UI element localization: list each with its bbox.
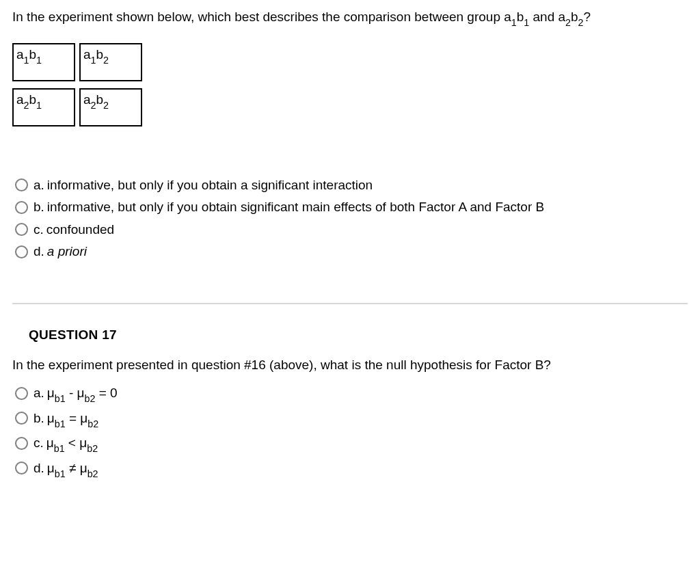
- cell-bi: 1: [36, 55, 42, 66]
- cell-a2b2: a2b2: [79, 88, 142, 126]
- option-expression: μb1 ≠ μb2: [47, 459, 98, 479]
- cell-bi: 2: [103, 55, 109, 66]
- option-letter: c.: [33, 433, 44, 453]
- cell-bi: 2: [103, 100, 109, 111]
- q16-prompt-post: ?: [584, 10, 591, 24]
- q16-prompt-pre: In the experiment shown below, which bes…: [12, 10, 511, 24]
- cell-a1b1: a1b1: [12, 43, 75, 81]
- q17-option-c[interactable]: c. μb1 < μb2: [15, 433, 688, 453]
- option-letter: a.: [33, 384, 44, 403]
- q16-prompt-mid: and a: [529, 10, 565, 24]
- option-letter: c.: [33, 220, 44, 240]
- cell-b: b: [96, 47, 104, 62]
- q17-option-d[interactable]: d. μb1 ≠ μb2: [15, 459, 688, 479]
- option-text: informative, but only if you obtain a si…: [47, 176, 373, 196]
- option-letter: a.: [33, 176, 44, 196]
- q17-heading: QUESTION 17: [29, 328, 688, 343]
- option-letter: b.: [33, 198, 44, 217]
- radio-icon[interactable]: [15, 437, 28, 450]
- cell-b: b: [29, 92, 37, 107]
- radio-icon[interactable]: [15, 223, 28, 236]
- q16-options: a. informative, but only if you obtain a…: [15, 176, 688, 262]
- cell-a: a: [83, 92, 91, 107]
- q17-option-a[interactable]: a. μb1 - μb2 = 0: [15, 384, 688, 403]
- option-letter: b.: [33, 409, 44, 429]
- q17-options: a. μb1 - μb2 = 0 b. μb1 = μb2 c. μb1 < μ…: [15, 384, 688, 478]
- radio-icon[interactable]: [15, 387, 28, 400]
- q16-prompt-group2: 2b2: [565, 10, 583, 24]
- option-expression: μb1 < μb2: [46, 433, 98, 453]
- radio-icon[interactable]: [15, 201, 28, 214]
- radio-icon[interactable]: [15, 462, 28, 475]
- option-text: a priori: [47, 242, 87, 262]
- cell-ai: 1: [24, 55, 29, 66]
- cell-a: a: [16, 47, 24, 62]
- cell-b: b: [29, 47, 37, 62]
- q17-option-b[interactable]: b. μb1 = μb2: [15, 409, 688, 429]
- q16-option-a[interactable]: a. informative, but only if you obtain a…: [15, 176, 688, 196]
- q16-prompt-group1: 1b1: [511, 10, 529, 24]
- q16-option-d[interactable]: d. a priori: [15, 242, 688, 262]
- design-grid: a1b1 a1b2 a2b1 a2b2: [8, 36, 146, 133]
- option-letter: d.: [33, 242, 44, 262]
- option-text: informative, but only if you obtain sign…: [47, 198, 544, 217]
- cell-b: b: [96, 92, 104, 107]
- cell-ai: 1: [91, 55, 96, 66]
- cell-a: a: [16, 92, 24, 107]
- divider: [12, 303, 688, 304]
- radio-icon[interactable]: [15, 412, 28, 425]
- q16-option-c[interactable]: c. confounded: [15, 220, 688, 240]
- radio-icon[interactable]: [15, 178, 28, 191]
- option-letter: d.: [33, 459, 44, 479]
- cell-a: a: [83, 47, 91, 62]
- option-expression: μb1 = μb2: [47, 409, 98, 429]
- q16-prompt: In the experiment shown below, which bes…: [12, 8, 688, 27]
- option-expression: μb1 - μb2 = 0: [47, 384, 118, 403]
- radio-icon[interactable]: [15, 245, 28, 258]
- cell-a1b2: a1b2: [79, 43, 142, 81]
- q17-prompt: In the experiment presented in question …: [12, 356, 688, 375]
- cell-bi: 1: [36, 100, 42, 111]
- cell-ai: 2: [24, 100, 29, 111]
- option-text: confounded: [46, 220, 114, 240]
- cell-a2b1: a2b1: [12, 88, 75, 126]
- cell-ai: 2: [91, 100, 96, 111]
- q16-option-b[interactable]: b. informative, but only if you obtain s…: [15, 198, 688, 217]
